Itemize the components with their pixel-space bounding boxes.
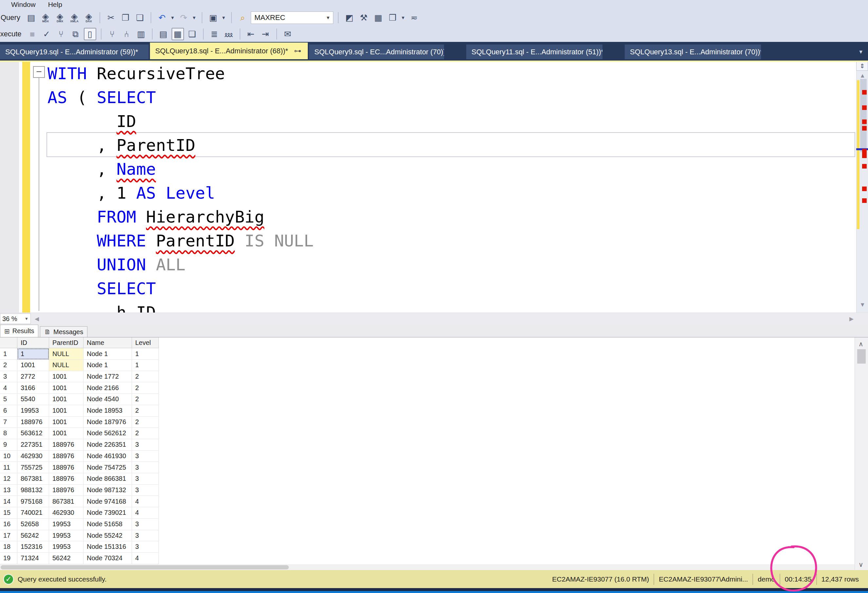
document-tab-4[interactable]: SQLQuery11.sql - E...Administrator (51))… — [466, 44, 602, 59]
row-number[interactable]: 7 — [0, 416, 17, 428]
grid-horizontal-scrollbar[interactable] — [0, 564, 855, 571]
grid-cell[interactable]: 188976 — [17, 416, 49, 428]
row-number[interactable]: 13 — [0, 484, 17, 496]
row-number[interactable]: 12 — [0, 473, 17, 485]
grid-cell[interactable]: 188976 — [49, 439, 84, 451]
grid-cell[interactable]: 1 — [132, 360, 159, 371]
grid-cell[interactable]: 462930 — [17, 450, 49, 462]
uncomment-icon[interactable]: ⅏ — [223, 28, 235, 40]
row-number[interactable]: 16 — [0, 519, 17, 530]
xmla-query-icon[interactable]: ◈XMLA — [68, 12, 81, 24]
kql-icon[interactable]: ◩ — [343, 12, 356, 24]
grid-cell[interactable]: 3 — [132, 450, 159, 462]
grid-cell[interactable]: Node 4540 — [84, 394, 132, 405]
dmx-query-icon[interactable]: ◈DMX — [54, 12, 66, 24]
column-header-name[interactable]: Name — [84, 338, 132, 348]
wrench-icon[interactable]: ⚒ — [357, 12, 370, 24]
grid-cell[interactable]: 2 — [132, 428, 159, 439]
column-header-level[interactable]: Level — [132, 338, 159, 348]
grid-cell[interactable]: 1001 — [17, 360, 49, 371]
column-header-parentid[interactable]: ParentID — [49, 338, 84, 348]
grid-cell[interactable]: 2 — [132, 405, 159, 417]
parse-check-icon[interactable]: ✓ — [41, 28, 53, 40]
tab-results[interactable]: ⊞ Results — [0, 325, 38, 337]
chevron-down-icon[interactable]: ▼ — [192, 15, 197, 20]
chevron-down-icon[interactable]: ▼ — [170, 15, 176, 20]
grid-cell[interactable]: 4 — [132, 496, 159, 507]
document-tab-2[interactable]: SQLQuery18.sql - E...Administrator (68))… — [150, 43, 308, 59]
execute-button[interactable]: Execute — [0, 30, 22, 38]
chevron-down-icon[interactable]: ▼ — [221, 15, 227, 20]
window-layout-icon[interactable]: ❒ — [386, 12, 399, 24]
redo-icon[interactable]: ↷ — [177, 12, 190, 24]
scroll-down-icon[interactable]: ∨ — [859, 561, 864, 568]
grid-cell[interactable]: 1001 — [49, 405, 84, 417]
intellisense-icon[interactable]: ▯ — [84, 28, 96, 40]
paste-icon[interactable]: ❏ — [134, 12, 146, 24]
editor-zoom-select[interactable]: 36 % ▼ — [0, 314, 31, 324]
tab-messages[interactable]: 🗎 Messages — [40, 326, 87, 337]
grid-cell[interactable]: Node 1 — [84, 348, 132, 360]
scroll-up-icon[interactable]: ∧ — [859, 340, 864, 348]
grid-cell[interactable]: 2772 — [17, 371, 49, 382]
pin-icon[interactable]: ⊶ — [294, 47, 301, 55]
grid-cell[interactable]: 1001 — [49, 394, 84, 405]
indent-icon[interactable]: ⇥ — [259, 28, 272, 40]
change-results-icon[interactable]: ▣ — [207, 12, 219, 24]
grid-cell[interactable]: 152316 — [17, 541, 49, 553]
undo-icon[interactable]: ↶ — [156, 12, 168, 24]
scroll-down-icon[interactable]: ▼ — [859, 301, 865, 308]
grid-cell[interactable]: 975168 — [17, 496, 49, 507]
grid-cell[interactable]: Node 55242 — [84, 530, 132, 541]
results-grid[interactable]: IDParentIDNameLevel 11NULLNode 1121001NU… — [0, 337, 868, 570]
grid-cell[interactable]: 1 — [132, 348, 159, 360]
row-number[interactable]: 5 — [0, 394, 17, 405]
grid-cell[interactable]: 71324 — [17, 553, 49, 564]
actual-plan-icon[interactable]: ⑃ — [121, 28, 133, 40]
grid-cell[interactable]: Node 562612 — [84, 428, 132, 439]
results-file-icon[interactable]: ❏ — [186, 28, 198, 40]
scroll-right-icon[interactable]: ▶ — [849, 316, 853, 322]
live-stats-icon[interactable]: ⑂ — [106, 28, 118, 40]
grid-cell[interactable]: Node 866381 — [84, 473, 132, 485]
copy-icon[interactable]: ❐ — [119, 12, 131, 24]
menu-item-help[interactable]: Help — [48, 1, 62, 9]
grid-vertical-scrollbar[interactable]: ∧ ∨ — [855, 338, 868, 571]
document-tab-3[interactable]: SQLQuery9.sql - EC...Administrator (70))… — [309, 44, 444, 59]
row-number[interactable]: 14 — [0, 496, 17, 507]
grid-cell[interactable]: 52658 — [17, 519, 49, 530]
grid-cell[interactable]: 3166 — [17, 382, 49, 394]
row-number[interactable]: 3 — [0, 371, 17, 382]
grid-cell[interactable]: NULL — [49, 360, 84, 371]
grid-cell[interactable]: 3 — [132, 530, 159, 541]
find-in-files-icon[interactable]: ⌕ — [236, 12, 249, 24]
grid-cell[interactable]: 740021 — [17, 507, 49, 519]
grid-vscroll-thumb[interactable] — [857, 349, 866, 364]
grid-cell[interactable]: 188976 — [49, 484, 84, 496]
grid-cell[interactable]: 56242 — [49, 553, 84, 564]
cut-icon[interactable]: ✂ — [105, 12, 117, 24]
client-stats-icon[interactable]: ▥ — [135, 28, 147, 40]
row-number[interactable]: 1 — [0, 348, 17, 360]
toolbar-overflow-icon[interactable]: ≂ — [408, 12, 421, 24]
grid-cell[interactable]: 755725 — [17, 462, 49, 473]
grid-cell[interactable]: 2 — [132, 371, 159, 382]
row-number[interactable]: 2 — [0, 360, 17, 371]
search-combo[interactable]: MAXREC ▼ — [251, 12, 333, 24]
document-tab-5[interactable]: SQLQuery13.sql - E...Administrator (70))… — [625, 44, 761, 59]
grid-cell[interactable]: 1001 — [49, 428, 84, 439]
results-text-icon[interactable]: ▤ — [157, 28, 170, 40]
specify-values-icon[interactable]: ✉ — [282, 28, 294, 40]
grid-cell[interactable]: 867381 — [49, 496, 84, 507]
grid-cell[interactable]: Node 2166 — [84, 382, 132, 394]
grid-cell[interactable]: Node 151316 — [84, 541, 132, 553]
grid-cell[interactable]: 3 — [132, 519, 159, 530]
row-number[interactable]: 19 — [0, 553, 17, 564]
menu-item-window[interactable]: Window — [11, 1, 36, 9]
close-icon[interactable]: ✕ — [307, 47, 308, 55]
grid-cell[interactable]: 563612 — [17, 428, 49, 439]
outdent-icon[interactable]: ⇤ — [245, 28, 257, 40]
splitter-handle-icon[interactable]: ⇕ — [856, 62, 868, 71]
row-number[interactable]: 18 — [0, 541, 17, 553]
row-number[interactable]: 4 — [0, 382, 17, 394]
